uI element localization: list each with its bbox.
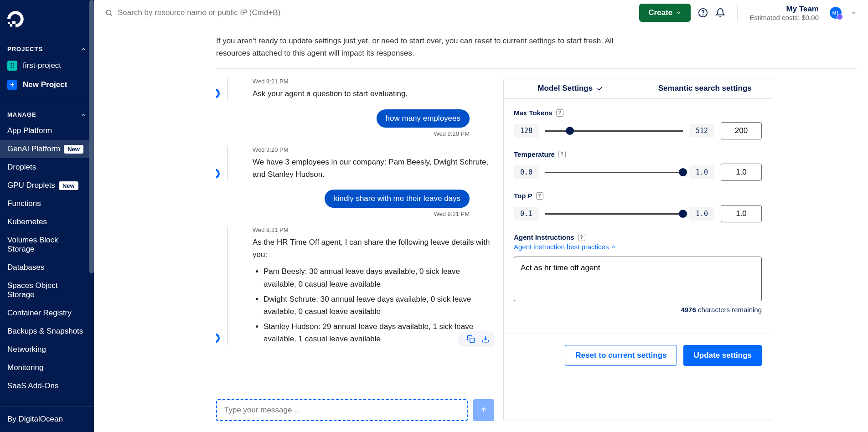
top-p-max: 1.0 <box>689 207 714 221</box>
temperature-max: 1.0 <box>689 165 714 179</box>
sidebar-manage-item[interactable]: Databases <box>0 258 94 277</box>
top-p-input[interactable] <box>721 205 762 222</box>
team-avatar[interactable]: MT <box>830 7 842 19</box>
sidebar-manage-item[interactable]: App Platform <box>0 122 94 140</box>
temperature-slider[interactable] <box>545 172 683 173</box>
sidebar-item-label: Kubernetes <box>7 217 47 226</box>
message-text: Ask your agent a question to start evalu… <box>253 87 494 100</box>
account-chevron-icon[interactable] <box>851 10 857 16</box>
projects-header-label: PROJECTS <box>7 46 43 52</box>
svg-rect-8 <box>470 338 475 343</box>
tab-model-settings[interactable]: Model Settings <box>504 78 638 99</box>
agent-message: Wed 9:21 PMAs the HR Time Off agent, I c… <box>227 226 494 345</box>
instructions-textarea[interactable] <box>514 257 762 301</box>
temperature-input[interactable] <box>721 164 762 181</box>
sidebar: PROJECTS ⠿ first-project + New Project M… <box>0 0 94 432</box>
message-actions <box>458 331 494 347</box>
top-p-min: 0.1 <box>514 207 539 221</box>
sidebar-item-label: Volumes Block Storage <box>7 236 87 254</box>
char-count: 4976 characters remaining <box>514 306 762 314</box>
agent-avatar-icon <box>216 167 222 180</box>
temperature-min: 0.0 <box>514 165 539 179</box>
help-icon[interactable]: ? <box>536 192 543 200</box>
message-timestamp: Wed 9:21 PM <box>253 226 494 233</box>
help-icon[interactable]: ? <box>558 151 566 158</box>
sidebar-manage-item[interactable]: GPU DropletsNew <box>0 176 94 195</box>
sidebar-manage-item[interactable]: Volumes Block Storage <box>0 231 94 258</box>
info-text: If you aren't ready to update settings j… <box>216 35 626 59</box>
copy-icon[interactable] <box>467 335 475 343</box>
top-p-slider[interactable] <box>545 213 683 215</box>
project-icon: ⠿ <box>7 61 17 71</box>
message-text: We have 3 employees in our company: Pam … <box>253 156 494 180</box>
max-tokens-slider[interactable] <box>545 130 683 132</box>
tab-semantic-search[interactable]: Semantic search settings <box>638 78 772 99</box>
agent-avatar-icon <box>216 331 222 345</box>
sidebar-manage-item[interactable]: Functions <box>0 195 94 213</box>
temperature-label: Temperature <box>514 150 555 158</box>
chevron-up-icon <box>80 46 87 52</box>
max-tokens-input[interactable] <box>721 122 762 139</box>
max-tokens-min: 128 <box>514 124 539 138</box>
temperature-thumb[interactable] <box>679 168 687 176</box>
list-item: Pam Beesly: 30 annual leave days availab… <box>264 265 494 290</box>
chevron-up-icon <box>80 112 87 118</box>
svg-line-1 <box>110 14 112 15</box>
sidebar-item-label: GPU Droplets <box>7 181 55 190</box>
manage-header-label: MANAGE <box>7 111 36 118</box>
sidebar-manage-item[interactable]: Monitoring <box>0 359 94 377</box>
agent-avatar-icon <box>216 87 222 100</box>
download-icon[interactable] <box>481 335 490 343</box>
sidebar-manage-item[interactable]: Spaces Object Storage <box>0 277 94 304</box>
brand-logo[interactable] <box>0 0 94 40</box>
project-label: first-project <box>23 61 61 70</box>
max-tokens-max: 512 <box>689 124 714 138</box>
global-search[interactable] <box>105 8 309 17</box>
user-message: how many employeesWed 9:20 PM <box>227 109 494 137</box>
bell-icon[interactable] <box>715 8 725 18</box>
sidebar-manage-item[interactable]: Droplets <box>0 158 94 176</box>
content-divider <box>216 68 857 69</box>
help-icon[interactable] <box>698 8 708 18</box>
top-p-thumb[interactable] <box>679 210 687 218</box>
projects-section-toggle[interactable]: PROJECTS <box>0 40 94 56</box>
sidebar-new-project[interactable]: + New Project <box>0 75 94 94</box>
new-badge: New <box>64 145 83 154</box>
help-icon[interactable]: ? <box>556 109 563 117</box>
sidebar-divider <box>0 100 94 100</box>
sidebar-item-label: App Platform <box>7 126 52 135</box>
instructions-best-practices-link[interactable]: Agent instruction best practices <box>514 243 616 251</box>
agent-message: Wed 9:20 PMWe have 3 employees in our co… <box>227 146 494 180</box>
max-tokens-label: Max Tokens <box>514 109 553 117</box>
sub-avatar-icon <box>837 14 843 20</box>
sidebar-manage-item[interactable]: GenAI PlatformNew <box>0 140 94 158</box>
sidebar-footer[interactable]: By DigitalOcean <box>0 406 94 432</box>
search-input[interactable] <box>118 8 309 17</box>
sidebar-manage-item[interactable]: Networking <box>0 340 94 359</box>
help-icon[interactable]: ? <box>578 234 585 241</box>
sidebar-manage-item[interactable]: Container Registry <box>0 304 94 322</box>
top-p-label: Top P <box>514 192 532 200</box>
send-button[interactable] <box>473 399 494 421</box>
sidebar-manage-item[interactable]: Kubernetes <box>0 213 94 231</box>
create-button[interactable]: Create <box>639 4 691 22</box>
reset-button[interactable]: Reset to current settings <box>565 345 677 366</box>
new-project-label: New Project <box>23 80 67 89</box>
max-tokens-thumb[interactable] <box>566 127 574 135</box>
top-header: Create My Team Estimated costs: $0.00 MT <box>94 0 868 26</box>
sidebar-item-label: SaaS Add-Ons <box>7 381 58 391</box>
sidebar-item-label: Droplets <box>7 163 36 172</box>
manage-section-toggle[interactable]: MANAGE <box>0 106 94 122</box>
instructions-label: Agent Instructions <box>514 233 574 241</box>
message-timestamp: Wed 9:21 PM <box>227 211 470 217</box>
sidebar-item-label: Functions <box>7 199 41 208</box>
svg-point-3 <box>703 15 703 15</box>
sidebar-item-label: Container Registry <box>7 309 72 318</box>
chat-input[interactable] <box>216 399 468 421</box>
sidebar-manage-item[interactable]: SaaS Add-Ons <box>0 377 94 395</box>
sidebar-manage-item[interactable]: Backups & Snapshots <box>0 322 94 340</box>
message-text: As the HR Time Off agent, I can share th… <box>253 236 494 345</box>
sidebar-scrollbar[interactable] <box>89 0 94 273</box>
update-button[interactable]: Update settings <box>683 345 762 366</box>
sidebar-project-first[interactable]: ⠿ first-project <box>0 56 94 75</box>
